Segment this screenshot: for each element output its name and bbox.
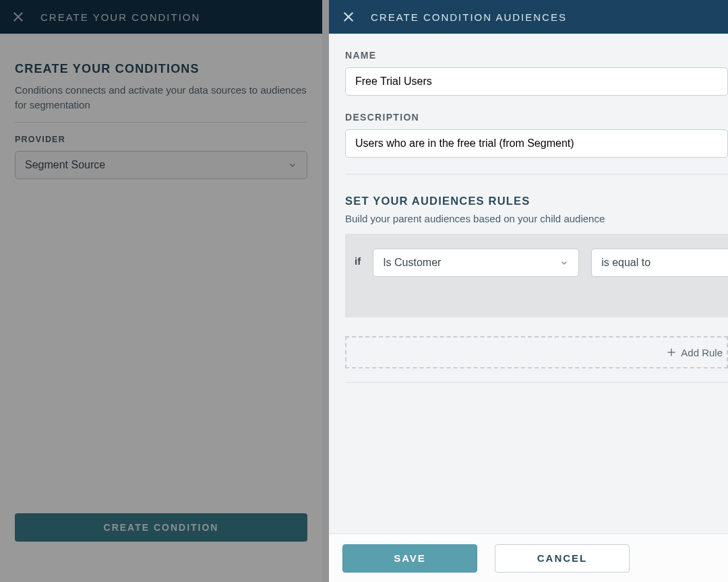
rules-subtitle: Build your parent audiences based on you… <box>345 213 728 224</box>
conditions-subtitle: Conditions connects and activate your da… <box>15 83 307 123</box>
close-icon[interactable] <box>341 9 356 24</box>
rule-operator-value: is equal to <box>601 257 650 269</box>
rule-row: if Is Customer is equal to <box>345 234 728 317</box>
close-icon[interactable] <box>11 9 26 24</box>
divider <box>345 382 728 383</box>
name-label: NAME <box>345 50 728 61</box>
save-button[interactable]: SAVE <box>342 544 477 573</box>
cancel-button[interactable]: CANCEL <box>495 544 630 573</box>
create-condition-panel: CREATE YOUR CONDITION CREATE YOUR CONDIT… <box>0 0 322 582</box>
chevron-down-icon <box>559 258 569 267</box>
provider-label: PROVIDER <box>15 135 307 144</box>
rule-if-label: if <box>355 249 361 267</box>
divider <box>345 174 728 174</box>
rule-operator-select[interactable]: is equal to <box>591 249 728 277</box>
create-condition-button[interactable]: CREATE CONDITION <box>15 513 307 542</box>
right-panel-footer: SAVE CANCEL <box>329 534 728 582</box>
create-condition-audiences-panel: CREATE CONDITION AUDIENCES NAME DESCRIPT… <box>329 0 728 582</box>
conditions-title: CREATE YOUR CONDITIONS <box>15 62 307 76</box>
rules-title: SET YOUR AUDIENCES RULES <box>345 195 728 207</box>
add-rule-label: Add Rule <box>681 347 723 358</box>
provider-select[interactable]: Segment Source <box>15 151 307 179</box>
name-input[interactable] <box>345 67 728 96</box>
description-label: DESCRIPTION <box>345 112 728 123</box>
left-panel-title: CREATE YOUR CONDITION <box>40 11 200 23</box>
right-panel-title: CREATE CONDITION AUDIENCES <box>371 11 567 23</box>
rule-field-select[interactable]: Is Customer <box>373 249 579 277</box>
rule-field-value: Is Customer <box>383 257 441 269</box>
chevron-down-icon <box>288 160 297 170</box>
right-panel-header: CREATE CONDITION AUDIENCES <box>329 0 728 34</box>
plus-icon <box>666 347 677 358</box>
panel-divider <box>322 0 329 582</box>
left-panel-header: CREATE YOUR CONDITION <box>0 0 322 34</box>
description-input[interactable] <box>345 129 728 158</box>
provider-select-value: Segment Source <box>25 159 105 171</box>
add-rule-button[interactable]: Add Rule <box>345 336 728 368</box>
